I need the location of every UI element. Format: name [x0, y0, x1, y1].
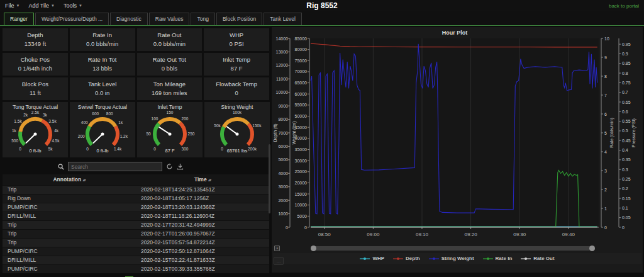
- tile-value: 0.0 bbls/min: [138, 40, 201, 47]
- table-row[interactable]: PUMP/CIRC2020-02-18T13:20:03.124368Z: [3, 203, 269, 212]
- svg-text:Pressure (PSI): Pressure (PSI): [631, 118, 636, 147]
- tab-weight-pressure-depth[interactable]: Weight/Pressure/Depth ...: [35, 13, 109, 25]
- tile-label: Flowback Temp: [205, 81, 268, 88]
- legend-item-string-weight[interactable]: String Weight: [429, 256, 474, 261]
- svg-text:3000: 3000: [278, 184, 288, 189]
- svg-text:300: 300: [182, 147, 189, 151]
- sort-icon[interactable]: ▴▾: [208, 178, 211, 182]
- svg-text:2000: 2000: [278, 198, 288, 203]
- tab-raw-values[interactable]: Raw Values: [149, 13, 190, 25]
- slider-track[interactable]: [311, 246, 595, 251]
- tile-value: 0: [205, 89, 268, 96]
- tile-value: 0.0 bbls/min: [71, 40, 134, 47]
- sort-icon[interactable]: ▴▾: [83, 178, 86, 182]
- gauge-dial: 050k100k150k200k65761 lbs: [204, 110, 270, 155]
- tile-value: 13 bbls: [71, 65, 134, 72]
- svg-text:400: 400: [81, 120, 88, 125]
- cell-time: 2020-02-17T20:31:42.494999Z: [136, 220, 269, 229]
- svg-text:0.35: 0.35: [622, 157, 631, 162]
- tab-ranger[interactable]: Ranger: [4, 13, 34, 25]
- svg-text:5000: 5000: [278, 157, 288, 162]
- legend-marker: [360, 256, 370, 261]
- svg-text:1: 1: [604, 206, 607, 211]
- tile-label: Block Pos: [4, 81, 67, 88]
- svg-text:0.75: 0.75: [622, 81, 631, 85]
- legend-marker: [393, 256, 403, 261]
- svg-text:250: 250: [188, 132, 195, 136]
- back-to-portal-link[interactable]: back to portal: [609, 3, 639, 9]
- search-row: [3, 162, 269, 171]
- svg-text:Weight (lbs): Weight (lbs): [292, 121, 297, 144]
- svg-text:100k: 100k: [233, 110, 242, 115]
- cell-time: 2020-02-15T02:50:12.871064Z: [136, 247, 269, 256]
- legend-item-whp[interactable]: WHP: [360, 256, 384, 261]
- svg-text:10: 10: [604, 37, 609, 41]
- svg-text:600: 600: [92, 111, 99, 116]
- chart-options-checkbox[interactable]: ▪: [274, 246, 280, 251]
- left-panel: Depth13349 ftRate In0.0 bbls/minRate Out…: [0, 26, 270, 273]
- chart-panel: Hour Plot08:5009:0009:1009:2009:3009:400…: [272, 27, 643, 273]
- legend-label: WHP: [372, 256, 384, 261]
- table-row[interactable]: PUMP/CIRC2020-02-15T00:39:33.355768Z: [3, 264, 269, 273]
- svg-text:9: 9: [604, 55, 607, 60]
- download-button[interactable]: [177, 163, 184, 170]
- svg-text:7000: 7000: [278, 131, 288, 135]
- tile-tank-level: Tank Level0.0 in: [70, 77, 135, 100]
- cell-time: 2020-02-17T01:26:00.957067Z: [136, 229, 269, 238]
- tile-value: 87 F: [205, 65, 268, 72]
- svg-text:1.4k: 1.4k: [114, 147, 122, 151]
- tile-value: 0.0 in: [71, 89, 134, 96]
- tile-inlet-temp: Inlet Temp87 F: [204, 53, 269, 76]
- tile-label: WHP: [205, 31, 268, 38]
- legend-item-rate-in[interactable]: Rate In: [483, 256, 513, 261]
- tab-diagnostic[interactable]: Diagnostic: [110, 13, 148, 25]
- table-row[interactable]: DRILL/MILL2020-02-18T11:18:26.126004Z: [3, 212, 269, 220]
- slider-handle-left[interactable]: [311, 246, 316, 251]
- svg-text:40000: 40000: [295, 136, 308, 140]
- cell-annotation: PUMP/CIRC: [3, 247, 136, 256]
- tile-value: 169 ton miles: [138, 89, 201, 96]
- tile-value: 0 bbls: [138, 65, 201, 72]
- tile-choke-pos: Choke Pos0 1/64th inch: [3, 53, 68, 76]
- tab-tank-level[interactable]: Tank Level: [264, 13, 302, 25]
- svg-text:500: 500: [11, 138, 18, 143]
- gauge-title: Tong Torque Actual: [3, 104, 68, 110]
- refresh-button[interactable]: [166, 163, 173, 170]
- tile-rate-in: Rate In0.0 bbls/min: [70, 28, 135, 51]
- svg-text:85000: 85000: [295, 37, 308, 41]
- column-label: Time: [194, 176, 208, 183]
- table-row[interactable]: Trip2020-02-18T14:24:25.135451Z: [3, 185, 269, 194]
- table-row[interactable]: Trip2020-02-15T05:57:54.872214Z: [3, 238, 269, 247]
- svg-text:13000: 13000: [276, 50, 289, 54]
- table-row[interactable]: Rig Down2020-02-18T14:05:17.1256Z: [3, 194, 269, 203]
- tile-value: 0 1/64th inch: [4, 65, 67, 72]
- search-input[interactable]: [68, 162, 162, 171]
- time-range-slider[interactable]: [311, 246, 595, 251]
- svg-text:4k: 4k: [54, 128, 59, 133]
- column-header-time[interactable]: Time ▴▾: [136, 174, 269, 185]
- column-header-annotation[interactable]: Annotation ▴▾: [3, 174, 136, 185]
- legend-item-depth[interactable]: Depth: [393, 256, 420, 261]
- tab-tong[interactable]: Tong: [191, 13, 214, 25]
- slider-handle-right[interactable]: [589, 246, 595, 251]
- svg-text:5k: 5k: [48, 147, 53, 151]
- tab-block-position[interactable]: Block Position: [216, 13, 262, 25]
- more-options-button[interactable]: …: [274, 257, 284, 265]
- gauge-value: 65761 lbs: [227, 148, 248, 154]
- gauge-needle: [26, 134, 35, 143]
- table-row[interactable]: PUMP/CIRC2020-02-15T02:50:12.871064Z: [3, 247, 269, 256]
- table-row[interactable]: DRILL/MILL2020-02-15T02:22:41.871633Z: [3, 256, 269, 264]
- svg-text:3.5k: 3.5k: [48, 119, 57, 123]
- table-row[interactable]: Trip2020-02-17T20:31:42.494999Z: [3, 220, 269, 229]
- left-panel-scrollbar[interactable]: [269, 144, 270, 213]
- cell-time: 2020-02-18T14:24:25.135451Z: [136, 185, 269, 194]
- svg-text:60000: 60000: [295, 92, 308, 96]
- legend-item-rate-out[interactable]: Rate Out: [521, 256, 554, 261]
- y-axis-weight: 0500010000150002000025000300003500040000…: [292, 37, 309, 230]
- x-tick-label: 09:40: [562, 232, 575, 237]
- svg-text:0.9: 0.9: [622, 52, 628, 56]
- gauge-needle: [227, 127, 237, 134]
- svg-text:150: 150: [167, 110, 174, 115]
- table-row[interactable]: Trip2020-02-17T01:26:00.957067Z: [3, 229, 269, 238]
- tile-rate-out-tot: Rate Out Tot0 bbls: [137, 53, 203, 76]
